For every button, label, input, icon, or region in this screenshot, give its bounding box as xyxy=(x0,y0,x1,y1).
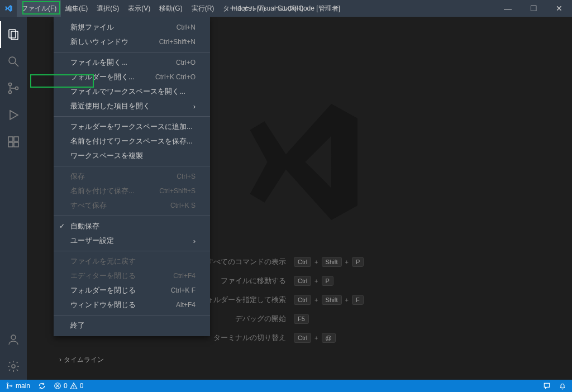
menu-open-file[interactable]: ファイルを開く... Ctrl+O xyxy=(54,55,210,70)
menu-exit[interactable]: 終了 xyxy=(54,318,210,333)
explorer-sections: › タイムライン xyxy=(54,352,109,367)
menu-separator xyxy=(54,52,210,52)
svg-point-21 xyxy=(73,388,74,388)
sb-feedback-icon[interactable] xyxy=(543,382,551,390)
menu-new-window[interactable]: 新しいウィンドウ Ctrl+Shift+N xyxy=(54,35,210,49)
window-controls: — ☐ ✕ xyxy=(495,0,572,17)
timeline-section[interactable]: › タイムライン xyxy=(59,354,104,365)
menu-file[interactable]: ファイル(F) xyxy=(17,0,61,17)
menu-close-editor: エディターを閉じる Ctrl+F4 xyxy=(54,269,210,283)
menu-open-workspace[interactable]: ファイルでワークスペースを開く... xyxy=(54,84,210,99)
menu-view[interactable]: 表示(V) xyxy=(123,0,155,17)
menu-go[interactable]: 移動(G) xyxy=(155,0,187,17)
svg-rect-8 xyxy=(8,137,13,141)
svg-rect-11 xyxy=(14,142,18,147)
menu-selection[interactable]: 選択(S) xyxy=(92,0,123,17)
menu-close-window[interactable]: ウィンドウを閉じる Alt+F4 xyxy=(54,298,210,312)
maximize-button[interactable]: ☐ xyxy=(521,0,546,17)
menu-auto-save[interactable]: ✓ 自動保存 xyxy=(54,219,210,233)
titlebar: ファイル(F) 編集(E) 選択(S) 表示(V) 移動(G) 実行(R) ター… xyxy=(0,0,572,17)
svg-point-16 xyxy=(11,385,12,386)
sb-bell-icon[interactable] xyxy=(559,382,566,390)
menu-save-as: 名前を付けて保存... Ctrl+Shift+S xyxy=(54,184,210,198)
body: 新規ファイル Ctrl+N 新しいウィンドウ Ctrl+Shift+N ファイル… xyxy=(0,17,572,380)
extensions-icon[interactable] xyxy=(0,128,27,155)
source-control-icon[interactable] xyxy=(0,75,27,102)
svg-point-14 xyxy=(7,383,8,384)
menu-duplicate-workspace[interactable]: ワークスペースを複製 xyxy=(54,149,210,163)
minimize-button[interactable]: — xyxy=(495,0,521,17)
svg-point-4 xyxy=(9,83,12,86)
close-button[interactable]: ✕ xyxy=(546,0,572,17)
menu-new-file[interactable]: 新規ファイル Ctrl+N xyxy=(54,20,210,35)
svg-rect-10 xyxy=(8,142,13,147)
menu-edit[interactable]: 編集(E) xyxy=(61,0,92,17)
settings-gear-icon[interactable] xyxy=(0,353,27,380)
menu-open-recent[interactable]: 最近使用した項目を開く › xyxy=(54,99,210,113)
explorer-icon[interactable] xyxy=(0,21,27,48)
menu-separator xyxy=(54,315,210,315)
search-icon[interactable] xyxy=(0,48,27,75)
menu-save-workspace-as[interactable]: 名前を付けてワークスペースを保存... xyxy=(54,134,210,149)
sb-problems[interactable]: 0 0 xyxy=(54,382,83,390)
chevron-right-icon: › xyxy=(193,102,196,111)
menu-separator xyxy=(54,216,210,216)
menu-run[interactable]: 実行(R) xyxy=(187,0,219,17)
menu-add-folder-workspace[interactable]: フォルダーをワークスペースに追加... xyxy=(54,119,210,134)
menu-separator xyxy=(54,251,210,251)
vscode-watermark-icon xyxy=(227,89,372,236)
menu-preferences[interactable]: ユーザー設定 › xyxy=(54,233,210,248)
chevron-right-icon: › xyxy=(193,237,196,245)
menu-revert-file: ファイルを元に戻す xyxy=(54,254,210,269)
file-menu-dropdown: 新規ファイル Ctrl+N 新しいウィンドウ Ctrl+Shift+N ファイル… xyxy=(54,17,210,336)
menu-open-folder[interactable]: フォルダーを開く... Ctrl+K Ctrl+O xyxy=(54,70,210,84)
svg-point-15 xyxy=(7,388,8,389)
menu-close-folder[interactable]: フォルダーを閉じる Ctrl+K F xyxy=(54,283,210,298)
run-debug-icon[interactable] xyxy=(0,102,27,128)
menu-separator xyxy=(54,166,210,166)
svg-marker-7 xyxy=(10,111,18,119)
vscode-logo-icon xyxy=(0,4,17,13)
svg-line-3 xyxy=(15,63,18,66)
menu-save: 保存 Ctrl+S xyxy=(54,169,210,184)
svg-point-13 xyxy=(12,365,15,368)
accounts-icon[interactable] xyxy=(0,326,27,353)
check-icon: ✓ xyxy=(59,222,65,230)
svg-point-2 xyxy=(9,57,16,64)
svg-rect-9 xyxy=(14,137,18,141)
sb-sync[interactable] xyxy=(38,382,46,390)
statusbar: main 0 0 xyxy=(0,380,572,392)
svg-point-6 xyxy=(16,87,18,90)
svg-point-12 xyxy=(11,335,16,340)
menu-save-all: すべて保存 Ctrl+K S xyxy=(54,198,210,213)
vscode-window: ファイル(F) 編集(E) 選択(S) 表示(V) 移動(G) 実行(R) ター… xyxy=(0,0,572,392)
editor-area: 新規ファイル Ctrl+N 新しいウィンドウ Ctrl+Shift+N ファイル… xyxy=(27,17,572,380)
sb-branch[interactable]: main xyxy=(6,382,30,390)
menu-separator xyxy=(54,116,210,117)
window-title: htdocs - Visual Studio Code [管理者] xyxy=(232,4,340,13)
chevron-right-icon: › xyxy=(59,356,61,364)
activity-bar xyxy=(0,17,27,380)
svg-point-5 xyxy=(9,91,12,94)
